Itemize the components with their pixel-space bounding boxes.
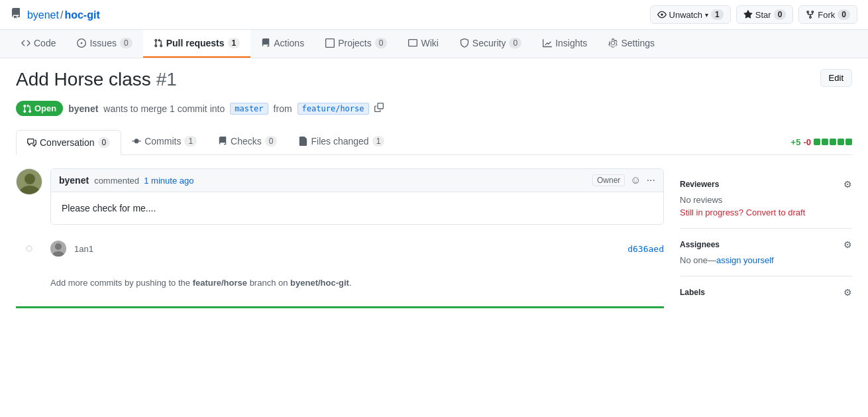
tab-code[interactable]: Code <box>11 30 66 58</box>
tab-wiki[interactable]: Wiki <box>398 30 449 58</box>
pr-meta-text: wants to merge 1 commit into <box>103 103 225 114</box>
star-label: Star <box>755 10 771 20</box>
tab-pull-requests-label: Pull requests <box>166 38 225 48</box>
more-options-button[interactable]: ··· <box>647 174 655 186</box>
tab-security-label: Security <box>472 38 506 48</box>
pr-status-label: Open <box>34 103 56 113</box>
fork-label: Fork <box>818 10 835 20</box>
tab-actions[interactable]: Actions <box>250 30 315 58</box>
repo-name[interactable]: hoc-git <box>64 9 99 21</box>
tab-issues-badge: 0 <box>120 38 133 48</box>
svg-point-1 <box>25 174 35 184</box>
footer-note-repo: byenet/hoc-git <box>290 278 349 288</box>
comment-wrapper: byenet commented 1 minute ago Owner ☺ ··… <box>16 168 664 225</box>
pr-tab-checks-count: 0 <box>265 136 278 147</box>
comment-box: byenet commented 1 minute ago Owner ☺ ··… <box>50 168 664 225</box>
footer-note-prefix: Add more commits by pushing to the <box>50 278 190 288</box>
tab-settings-label: Settings <box>621 38 655 48</box>
comment-text: Please check for me.... <box>62 203 653 213</box>
reviewers-title: Reviewers <box>680 180 719 189</box>
pr-number: #1 <box>156 69 177 89</box>
repo-title[interactable]: byenet/hoc-git <box>11 8 100 21</box>
pr-tab-checks-label: Checks <box>231 136 262 147</box>
pr-tab-commits[interactable]: Commits 1 <box>121 129 207 154</box>
diff-block-1 <box>814 139 820 145</box>
green-progress-bar <box>16 306 664 308</box>
pr-tab-files-changed[interactable]: Files changed 1 <box>288 129 395 154</box>
comment-time-link[interactable]: 1 minute ago <box>144 176 193 186</box>
pr-tab-commits-label: Commits <box>144 136 181 147</box>
pr-title: Add Horse class #1 <box>16 69 177 90</box>
side-col: Reviewers ⚙ No reviews Still in progress… <box>680 168 852 314</box>
tab-settings[interactable]: Settings <box>598 30 665 58</box>
assign-yourself-link[interactable]: assign yourself <box>716 255 774 265</box>
tab-projects-label: Projects <box>338 38 372 48</box>
diff-deletions: -0 <box>803 137 811 147</box>
fork-button[interactable]: Fork 0 <box>798 5 857 24</box>
tab-projects-badge: 0 <box>375 38 388 48</box>
comment-header: byenet commented 1 minute ago Owner ☺ ··… <box>51 169 663 192</box>
copy-branch-icon[interactable] <box>374 103 384 114</box>
reviewers-section: Reviewers ⚙ No reviews Still in progress… <box>680 168 852 229</box>
convert-to-draft-link[interactable]: Still in progress? Convert to draft <box>680 208 852 217</box>
pr-header: Add Horse class #1 Edit <box>16 69 852 90</box>
star-count: 0 <box>774 9 787 20</box>
pr-tab-conversation[interactable]: Conversation 0 <box>16 130 121 155</box>
pr-tab-checks[interactable]: Checks 0 <box>207 129 288 154</box>
pr-tab-files-changed-label: Files changed <box>311 136 368 147</box>
main-content-cols: byenet commented 1 minute ago Owner ☺ ··… <box>16 168 852 314</box>
main-col: byenet commented 1 minute ago Owner ☺ ··… <box>16 168 664 314</box>
pr-tab-commits-count: 1 <box>184 136 197 147</box>
unwatch-button[interactable]: Unwatch ▾ 1 <box>650 5 731 24</box>
commit-author-avatar <box>50 241 66 257</box>
tab-security-badge: 0 <box>509 38 521 48</box>
diff-block-2 <box>822 139 828 145</box>
tab-pull-requests[interactable]: Pull requests 1 <box>143 30 251 58</box>
diff-block-4 <box>838 139 844 145</box>
comment-time: commented 1 minute ago <box>94 176 193 186</box>
comment-action: commented <box>94 176 139 186</box>
emoji-button[interactable]: ☺ <box>630 174 641 186</box>
pr-meta: Open byenet wants to merge 1 commit into… <box>16 101 852 116</box>
tab-security[interactable]: Security 0 <box>449 30 532 58</box>
reviewers-gear-icon[interactable]: ⚙ <box>843 179 852 190</box>
tab-issues[interactable]: Issues 0 <box>66 30 142 58</box>
diff-stats: +5 -0 <box>791 137 852 147</box>
footer-note: Add more commits by pushing to the featu… <box>50 270 664 296</box>
labels-title: Labels <box>680 288 705 297</box>
commenter-avatar <box>16 168 42 195</box>
pr-tab-conversation-label: Conversation <box>40 137 95 148</box>
pr-base-branch[interactable]: master <box>230 103 268 115</box>
tab-projects[interactable]: Projects 0 <box>315 30 398 58</box>
footer-note-middle: branch on <box>250 278 290 288</box>
tab-code-label: Code <box>34 38 56 48</box>
assignees-header: Assignees ⚙ <box>680 239 852 250</box>
comment-body: Please check for me.... <box>51 192 663 224</box>
owner-badge: Owner <box>592 174 625 186</box>
pr-sub-tabs: Conversation 0 Commits 1 Checks 0 Files … <box>16 129 852 155</box>
edit-button[interactable]: Edit <box>820 69 852 87</box>
assignees-section: Assignees ⚙ No one—assign yourself <box>680 229 852 276</box>
reviewers-header: Reviewers ⚙ <box>680 179 852 190</box>
star-button[interactable]: Star 0 <box>736 5 794 24</box>
nav-tabs: Code Issues 0 Pull requests 1 Actions Pr… <box>0 30 868 58</box>
fork-count: 0 <box>838 9 850 20</box>
tab-insights[interactable]: Insights <box>532 30 598 58</box>
pr-tab-conversation-count: 0 <box>98 137 111 148</box>
commit-hash[interactable]: d636aed <box>627 244 664 254</box>
commit-entry: 1an1 d636aed <box>16 235 664 262</box>
pr-status-badge: Open <box>16 101 63 116</box>
comment-author[interactable]: byenet <box>59 175 89 186</box>
assignees-gear-icon[interactable]: ⚙ <box>843 239 852 250</box>
svg-point-4 <box>55 243 62 250</box>
commit-dot <box>26 245 32 252</box>
labels-gear-icon[interactable]: ⚙ <box>843 287 852 298</box>
labels-header: Labels ⚙ <box>680 287 852 298</box>
repo-owner[interactable]: byenet <box>27 9 59 21</box>
commit-author-name[interactable]: 1an1 <box>74 244 93 254</box>
watch-count: 1 <box>711 9 724 20</box>
assignees-title: Assignees <box>680 240 720 249</box>
assignees-value: No one—assign yourself <box>680 255 852 265</box>
diff-bar <box>814 139 852 145</box>
pr-head-branch[interactable]: feature/horse <box>298 103 369 115</box>
